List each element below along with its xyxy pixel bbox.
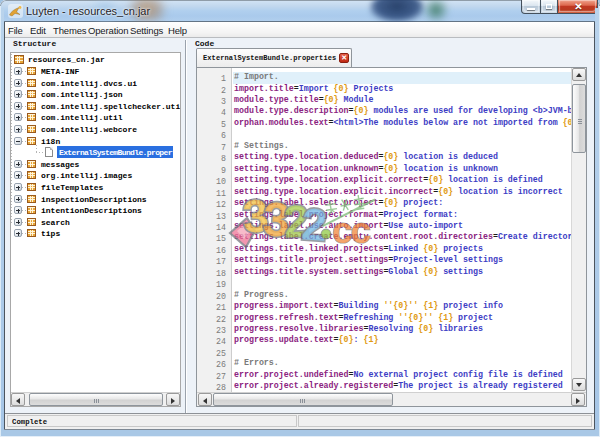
svg-text:cc: cc [332,210,371,251]
